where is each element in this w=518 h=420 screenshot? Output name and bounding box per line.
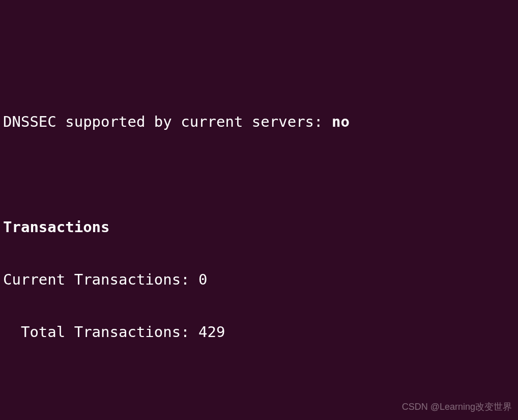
blank-line [3, 372, 515, 399]
blank-line [3, 162, 515, 188]
row-label: Current Transactions: [3, 271, 198, 288]
current-transactions-row: Current Transactions: 0 [3, 267, 515, 293]
row-label: Total Transactions: [3, 323, 198, 341]
watermark: CSDN @Learning改变世界 [402, 399, 512, 415]
dnssec-label: DNSSEC supported by current servers: [3, 113, 332, 130]
total-transactions-row: Total Transactions: 429 [3, 319, 515, 346]
row-value: 429 [198, 323, 225, 341]
dnssec-value: no [332, 113, 350, 130]
transactions-header: Transactions [3, 214, 515, 241]
row-value: 0 [198, 271, 207, 288]
dnssec-supported-line: DNSSEC supported by current servers: no [3, 109, 515, 135]
